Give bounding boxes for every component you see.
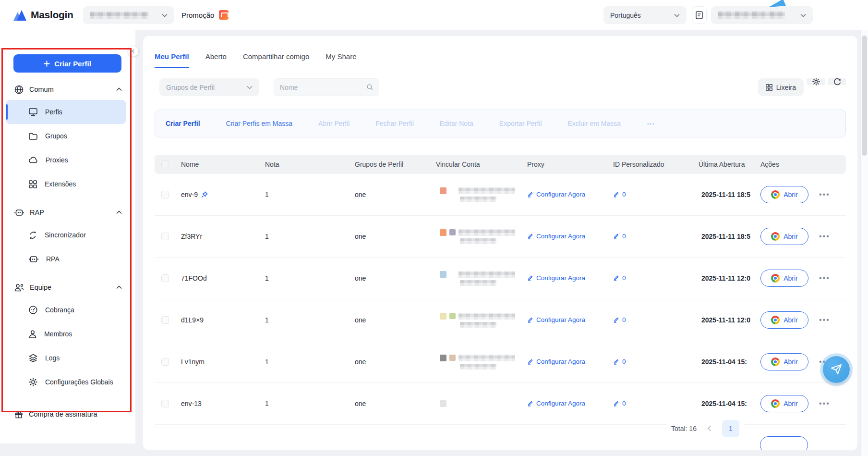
open-profile-button[interactable]: Abrir [760,353,808,370]
row-checkbox[interactable] [161,233,169,240]
account-avatar [440,400,446,407]
row-more-button[interactable]: ••• [819,232,830,241]
action-exportar-perfil[interactable]: Exportar Perfil [499,120,542,127]
pagination: Total: 16 1 [155,428,846,428]
user-menu[interactable] [711,6,813,24]
trash-button[interactable]: Lixeira [758,78,804,96]
custom-id-edit[interactable]: 0 [613,191,626,198]
sidebar-item-sincronizador[interactable]: Sincronizador [6,223,126,247]
chevron-down-icon [674,13,680,17]
configure-proxy-link[interactable]: Configurar Agora [527,358,585,365]
active-indicator [6,104,8,120]
profile-groups-select[interactable]: Grupos de Perfil [159,78,259,96]
team-selector[interactable] [83,6,174,24]
action-excluir-em-massa[interactable]: Excluir em Massa [568,120,621,127]
chrome-icon [771,399,780,408]
tab-compartilhar-comigo[interactable]: Compartilhar comigo [243,52,309,68]
row-checkbox[interactable] [161,316,169,324]
action-editar-nota[interactable]: Editar Nota [440,120,473,127]
custom-id-value: 0 [622,191,626,198]
profile-nota: 1 [259,191,349,198]
open-profile-button[interactable]: Abrir [760,395,808,412]
configure-proxy-link[interactable]: Configurar Agora [527,274,585,282]
row-more-button[interactable]: ••• [819,190,830,199]
custom-id-edit[interactable]: 0 [613,233,626,240]
row-more-button[interactable]: ••• [819,399,830,408]
page-scrollbar[interactable] [860,30,868,456]
custom-id-edit[interactable]: 0 [613,274,626,282]
row-more-button[interactable]: ••• [819,316,830,324]
docs-button[interactable] [692,6,707,24]
configure-proxy-link[interactable]: Configurar Agora [527,233,585,240]
custom-id-edit[interactable]: 0 [613,316,626,323]
open-profile-button[interactable]: Abrir [760,186,808,203]
sidebar-item-proxies[interactable]: Proxies [6,148,126,172]
sync-icon [29,231,37,239]
row-checkbox[interactable] [161,358,169,366]
brand-name: Maslogin [31,9,73,21]
configure-proxy-link[interactable]: Configurar Agora [527,400,585,407]
select-all-checkbox[interactable] [161,160,169,168]
profile-nota: 1 [259,233,349,240]
sidebar-item-membros[interactable]: Membros [6,322,126,346]
globe-icon [14,85,24,94]
pin-icon[interactable] [201,191,208,198]
search-icon[interactable] [367,84,373,91]
action-criar-perfis-em-massa[interactable]: Criar Perfis em Massa [226,120,292,127]
sidebar-item-grupos[interactable]: Grupos [6,124,126,148]
sidebar-item-label: RPA [46,255,60,263]
row-more-button[interactable]: ••• [819,274,830,283]
layers-icon [29,354,37,362]
edit-icon [527,191,533,197]
prev-page-button[interactable] [707,425,711,431]
refresh-button[interactable] [828,78,846,85]
edit-icon [527,275,533,281]
open-profile-button-partial[interactable] [760,436,808,450]
create-profile-button[interactable]: Criar Perfil [13,54,121,73]
last-open-date: 2025-11-11 12:0 [693,316,755,324]
sidebar-section-rap[interactable]: RAP [0,202,132,223]
open-profile-button[interactable]: Abrir [760,270,808,287]
column-header-grupos: Grupos de Perfil [349,160,430,168]
tab-my-share[interactable]: My Share [326,52,356,68]
sidebar-section-equipe[interactable]: Equipe [0,277,132,298]
account-avatar [440,187,446,194]
promo-link[interactable]: Promoção [181,0,229,30]
sidebar-item-extensoes[interactable]: Extensões [6,172,126,196]
row-checkbox[interactable] [161,274,169,282]
telegram-float-button[interactable] [823,356,850,383]
row-checkbox[interactable] [161,400,169,407]
configure-proxy-link[interactable]: Configurar Agora [527,316,585,323]
tab-meu-perfil[interactable]: Meu Perfil [155,52,189,68]
open-profile-button[interactable]: Abrir [760,311,808,329]
profile-name: 71FOOd [181,274,207,282]
sidebar-item-rpa[interactable]: RPA [6,247,126,271]
scrollbar-thumb[interactable] [862,36,867,156]
sidebar-item-perfis[interactable]: Perfis [6,100,126,124]
sidebar-item-logs[interactable]: Logs [6,346,126,370]
total-count: Total: 16 [671,425,697,432]
toolbar-right: Lixeira [758,78,846,96]
language-selector[interactable]: Português [603,6,687,24]
configure-proxy-link[interactable]: Configurar Agora [527,191,585,198]
promo-label: Promoção [181,11,214,19]
action-more[interactable]: ⋯ [647,119,655,128]
action-abrir-perfil[interactable]: Abrir Perfil [318,120,350,127]
page-number[interactable]: 1 [722,420,739,437]
name-search-input[interactable] [280,84,367,91]
action-criar-perfil[interactable]: Criar Perfil [166,120,200,127]
custom-id-edit[interactable]: 0 [613,400,626,407]
action-fechar-perfil[interactable]: Fechar Perfil [375,120,413,127]
sidebar-item-compra-de-assinatura[interactable]: Compra de assinatura [0,404,132,425]
row-checkbox[interactable] [161,191,169,198]
profile-name: Lv1nym [181,358,205,366]
open-profile-button[interactable]: Abrir [760,228,808,245]
sidebar-collapse-button[interactable] [128,46,138,56]
custom-id-edit[interactable]: 0 [613,358,626,365]
sidebar-item-configuracoes-globais[interactable]: Configurações Globais [6,370,126,394]
sidebar-section-comum[interactable]: Comum [0,79,132,100]
tab-aberto[interactable]: Aberto [205,52,227,68]
settings-button[interactable] [807,78,825,85]
sidebar-item-cobranca[interactable]: Cobrança [6,298,126,322]
edit-icon [527,317,533,323]
